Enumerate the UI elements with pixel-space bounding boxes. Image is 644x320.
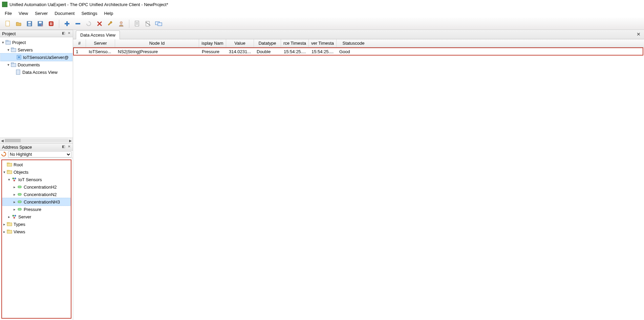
menu-view[interactable]: View [16, 10, 31, 17]
tree-pressure[interactable]: ▸ Pressure [2, 206, 71, 213]
tree-doc-item[interactable]: Data Access View [1, 68, 72, 76]
save-as-icon[interactable] [36, 19, 45, 28]
folder-open-icon [7, 169, 12, 175]
app-icon [2, 2, 7, 7]
svg-point-47 [15, 215, 16, 217]
svg-point-39 [13, 178, 14, 179]
tab-bar: Data Access View ✕ [73, 30, 644, 39]
monitors-icon[interactable] [154, 19, 163, 28]
stop-icon[interactable] [47, 19, 56, 28]
scrollbar-thumb[interactable] [5, 139, 21, 142]
col-node-id[interactable]: Node Id [115, 39, 199, 47]
col-display-name[interactable]: isplay Nam [199, 39, 226, 47]
svg-rect-36 [7, 163, 9, 164]
close-icon[interactable]: ✕ [636, 31, 641, 37]
chevron-right-icon[interactable]: ▸ [2, 230, 7, 234]
close-icon[interactable]: ✕ [67, 31, 71, 36]
svg-rect-45 [18, 208, 21, 210]
tree-server-node[interactable]: ▸ Server [2, 213, 71, 220]
tab-data-access[interactable]: Data Access View [76, 30, 120, 39]
horizontal-scrollbar[interactable]: ◀ ▶ [0, 137, 73, 143]
chevron-right-icon[interactable]: ▸ [2, 222, 7, 227]
menu-document[interactable]: Document [52, 10, 77, 17]
new-file-icon[interactable] [3, 19, 12, 28]
col-server[interactable]: Server [86, 39, 115, 47]
toolbar-separator [129, 20, 129, 28]
chevron-right-icon[interactable]: ▸ [12, 207, 17, 212]
chevron-down-icon[interactable]: ▾ [6, 48, 11, 52]
toolbar-separator [59, 20, 59, 28]
folder-icon [7, 221, 12, 227]
menu-file[interactable]: File [2, 10, 15, 17]
user-icon[interactable] [117, 19, 126, 28]
menu-help[interactable]: Help [101, 10, 116, 17]
add-icon[interactable] [63, 19, 71, 28]
undock-icon[interactable]: ◧ [61, 145, 66, 149]
chevron-right-icon[interactable]: ▸ [12, 185, 17, 189]
refresh-icon[interactable] [84, 19, 93, 28]
tree-server-item[interactable]: ▾ IoTSensorsUaServer@ [1, 54, 72, 61]
tree-objects[interactable]: ▾ Objects [2, 168, 71, 176]
wrench-icon[interactable] [106, 19, 115, 28]
menu-server[interactable]: Server [32, 10, 50, 17]
open-file-icon[interactable] [14, 19, 23, 28]
tree-conc-n2[interactable]: ▸ ConcentrationN2 [2, 191, 71, 198]
tree-conc-h2[interactable]: ▸ ConcentrationH2 [2, 183, 71, 191]
svg-rect-4 [28, 24, 31, 26]
svg-rect-24 [158, 23, 162, 26]
address-panel-title: Address Space [2, 145, 32, 150]
tree-servers[interactable]: ▾ Servers [1, 46, 72, 54]
undock-icon[interactable]: ◧ [61, 31, 66, 36]
object-icon [12, 214, 17, 219]
tree-conc-nh3[interactable]: ▸ ConcentrationNH3 [2, 198, 71, 206]
chevron-down-icon[interactable]: ▾ [1, 40, 5, 45]
delete-document-icon[interactable] [144, 19, 152, 28]
col-status[interactable]: Statuscode [337, 39, 370, 47]
chevron-right-icon[interactable]: ▸ [12, 192, 17, 197]
close-icon[interactable]: ✕ [67, 145, 71, 149]
chevron-down-icon[interactable]: ▾ [6, 63, 11, 67]
svg-point-30 [18, 56, 20, 58]
chevron-right-icon[interactable]: ▸ [12, 200, 17, 204]
table-row[interactable]: 1 IoTSenso... NS2|String|Pressure Pressu… [73, 47, 643, 56]
col-value[interactable]: Value [226, 39, 254, 47]
object-icon [12, 177, 17, 182]
tree-iot-sensors[interactable]: ▾ IoT Sensors [2, 176, 71, 183]
chevron-down-icon[interactable]: ▾ [2, 170, 7, 174]
save-icon[interactable] [25, 19, 34, 28]
tree-views[interactable]: ▸ Views [2, 228, 71, 235]
col-datatype[interactable]: Datatype [254, 39, 281, 47]
variable-icon [17, 192, 22, 197]
delete-icon[interactable] [95, 19, 104, 28]
chevron-right-icon[interactable]: ▸ [7, 215, 12, 219]
svg-rect-9 [51, 22, 52, 25]
svg-point-48 [14, 217, 15, 219]
address-tree[interactable]: ▾ Root ▾ Objects ▾ IoT Sensors ▸ [1, 159, 71, 319]
svg-rect-11 [65, 23, 69, 24]
refresh-icon[interactable] [1, 152, 7, 157]
project-panel-title: Project [2, 31, 16, 36]
col-srv-ts[interactable]: ver Timesta [309, 39, 337, 47]
svg-rect-12 [76, 23, 80, 24]
table-header: # Server Node Id isplay Nam Value Dataty… [73, 39, 644, 47]
tree-root[interactable]: ▾ Root [2, 161, 71, 168]
col-src-ts[interactable]: rce Timesta [281, 39, 309, 47]
folder-icon [11, 62, 16, 67]
scroll-right-icon[interactable]: ▶ [69, 139, 72, 143]
tree-project[interactable]: ▾ Project [1, 39, 72, 46]
document-icon[interactable] [133, 19, 142, 28]
folder-icon [7, 229, 12, 234]
highlight-select[interactable]: No Highlight [8, 151, 71, 157]
scroll-left-icon[interactable]: ◀ [1, 139, 4, 143]
chevron-down-icon[interactable]: ▾ [7, 177, 12, 182]
project-tree[interactable]: ▾ Project ▾ Servers ▾ IoTSensorsUaServer… [0, 37, 73, 137]
menu-settings[interactable]: Settings [79, 10, 100, 17]
remove-icon[interactable] [73, 19, 82, 28]
address-panel-header: Address Space ◧ ✕ [0, 143, 73, 151]
svg-point-40 [15, 178, 16, 179]
col-num[interactable]: # [73, 39, 86, 47]
tree-documents[interactable]: ▾ Documents [1, 61, 72, 68]
svg-rect-6 [39, 22, 42, 23]
svg-rect-42 [18, 186, 21, 188]
tree-types[interactable]: ▸ Types [2, 220, 71, 228]
